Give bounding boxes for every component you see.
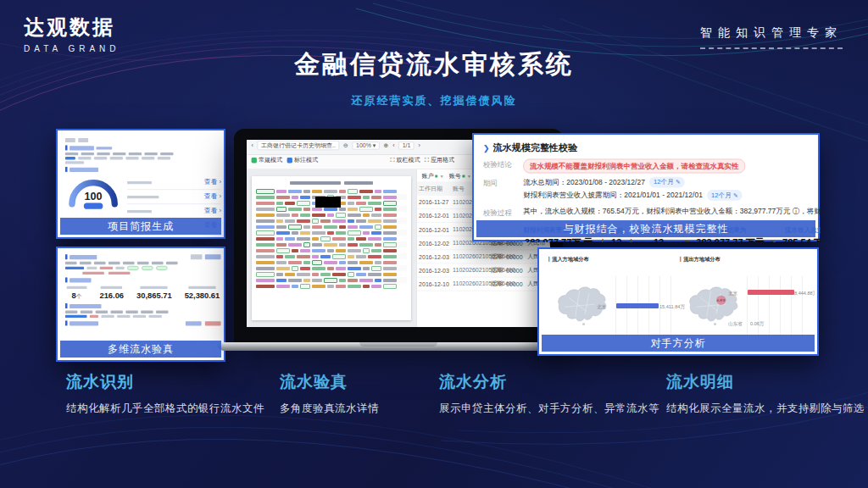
filter-0[interactable]: 账户 ▾ [422, 171, 443, 180]
feature-desc: 展示申贷主体分析、对手方分析、异常流水等 [439, 402, 661, 416]
placeholder-text [166, 262, 178, 264]
view-link[interactable]: 查看 › [204, 207, 221, 216]
edit-icon[interactable]: ✎ [733, 192, 738, 199]
placeholder-text [100, 267, 113, 269]
page-subtitle: 还原经营实质、挖掘偿债风险 [0, 93, 868, 108]
stat-amount-1: 216.06 [99, 286, 124, 301]
statement-row [256, 277, 407, 283]
feature-desc: 结构化解析几乎全部格式的银行流水文件 [66, 402, 280, 416]
feature-desc: 结构化展示全量流水，并支持剔除与筛选 [666, 402, 866, 416]
process-label: 校验过程 [483, 207, 524, 219]
integrity-title-row: ❯ 流水规模完整性校验 [483, 141, 815, 154]
statement-row [256, 265, 407, 271]
placeholder-text [137, 262, 149, 264]
period-label: 期间 [483, 177, 524, 189]
table-cell: 2016-12-03 [417, 250, 451, 263]
feature-title: 流水验真 [280, 371, 429, 393]
brand-tagline: 智能知识管理专家 [700, 25, 843, 49]
slide: 达观数据 DATA GRAND 智能知识管理专家 金融信贷流水审核系统 还原经营… [0, 0, 868, 488]
next-page-icon[interactable]: › [419, 141, 420, 148]
placeholder-text [144, 152, 157, 155]
placeholder-text [90, 315, 98, 318]
filter-1[interactable]: 账号 ▾ [449, 171, 470, 180]
statement-row [256, 236, 407, 241]
placeholder-text [81, 311, 92, 313]
stat-amount-2: 30,865.71 [136, 286, 172, 301]
placeholder-text [81, 152, 94, 155]
table-row[interactable]: 2016-12-031102026021056286490活期00000人民币借 [417, 263, 550, 277]
stat-amount-3: 52,380.61 [185, 286, 220, 301]
integrity-panel: ❯ 流水规模完整性校验 校验结论 流水规模不能覆盖财报利润表中营业收入金额，请检… [472, 133, 820, 241]
placeholder-text [65, 315, 87, 318]
table-cell: 活期 [489, 263, 504, 277]
stat-row: 8个 216.06 30,865.71 52,380.61 [67, 286, 220, 301]
placeholder-text [117, 315, 130, 318]
placeholder-text [158, 157, 170, 159]
placeholder-text [65, 311, 77, 313]
integrity-title: 流水规模完整性校验 [493, 141, 577, 154]
annotate-mode-button[interactable]: 标注模式 [287, 156, 318, 164]
placeholder-text [108, 262, 120, 264]
dual-pane-button[interactable]: ⛶ 双栏模式 [390, 156, 420, 164]
table-cell: 2016-12-01 [417, 223, 451, 236]
inflow-bar-chart: 北京 15,411.84万 [615, 276, 678, 339]
placeholder-text [156, 311, 168, 313]
placeholder-text [152, 262, 164, 264]
dual-pane-icon: ⛶ [390, 157, 394, 164]
regular-mode-button[interactable]: 常规模式 [252, 156, 282, 164]
percent-badge [142, 266, 153, 270]
statement-row [256, 188, 407, 194]
statement-row [256, 241, 407, 247]
zoom-out-icon[interactable]: ⊖ [343, 141, 348, 148]
statement-row [256, 253, 407, 259]
statement-row [256, 218, 407, 224]
view-link[interactable]: 查看 › [204, 192, 221, 202]
table-cell: 00000 [504, 263, 526, 277]
placeholder-text [115, 267, 124, 269]
map-marker-label: 北京市 [716, 298, 726, 302]
placeholder-text [96, 311, 108, 313]
table-row[interactable]: 2016-12-031102026021056286490活期00000人民币借 [417, 250, 550, 263]
table-cell: 2016-12-02 [417, 236, 451, 250]
period-tag-1[interactable]: 12个月 ✎ [649, 177, 685, 188]
report-result-row: 查看 › [127, 190, 221, 204]
outflow-geo-chart: 丨流出方地域分布 北京市 北京 8,444.88万 山东省 0.0 [678, 256, 810, 347]
zoom-level[interactable]: 100% ▾ [353, 141, 380, 149]
percent-badge [127, 266, 139, 270]
stat-accounts: 8个 [67, 286, 87, 301]
period-tag-2[interactable]: 12个月 ✎ [707, 190, 743, 201]
table-cell: 00000 [504, 250, 526, 263]
placeholder-text [127, 181, 152, 184]
placeholder-text [149, 315, 162, 318]
outflow-bar [748, 290, 794, 295]
placeholder-text [94, 262, 106, 264]
back-icon[interactable]: ‹ [252, 141, 253, 148]
column-header: 工作日期 [417, 182, 451, 195]
table-row[interactable]: 2016-12-101102026021056286490活期00000人民币借 [417, 277, 550, 291]
table-cell: 活期 [489, 277, 504, 291]
placeholder-text [113, 152, 125, 155]
table-cell: 2016-12-01 [417, 209, 451, 223]
table-cell: 1102026021056286490 [451, 277, 489, 291]
prev-page-icon[interactable]: ‹ [392, 141, 394, 148]
feature-desc: 多角度验真流水详情 [280, 402, 429, 416]
table-cell: 1102026021056286490 [451, 263, 489, 277]
report-result-row: 查看 › [127, 175, 221, 190]
table-cell: 2016-12-03 [417, 263, 451, 277]
statement-row [256, 247, 407, 253]
view-link[interactable]: 查看 › [204, 178, 221, 187]
apply-format-button[interactable]: ⛶ 应用格式 [425, 156, 454, 164]
table-cell: 1102026021056286490 [451, 250, 489, 263]
table-cell: 2016-11-27 [417, 196, 451, 209]
statement-row [256, 212, 407, 218]
counterparty-panel: 丨流入方地域分布 北京 15,411.84万 丨流出方地域分布 [537, 247, 819, 356]
inflow-geo-chart: 丨流入方地域分布 北京 15,411.84万 [547, 256, 678, 347]
zoom-in-icon[interactable]: ⊕ [383, 141, 388, 148]
scanned-statement-pane[interactable] [247, 169, 416, 327]
placeholder-text [111, 311, 123, 313]
placeholder-text [97, 152, 109, 155]
placeholder-text [110, 157, 123, 159]
conclusion-label: 校验结论 [483, 158, 524, 170]
chevron-right-icon[interactable]: ❯ [483, 143, 490, 152]
edit-icon[interactable]: ✎ [676, 179, 681, 186]
